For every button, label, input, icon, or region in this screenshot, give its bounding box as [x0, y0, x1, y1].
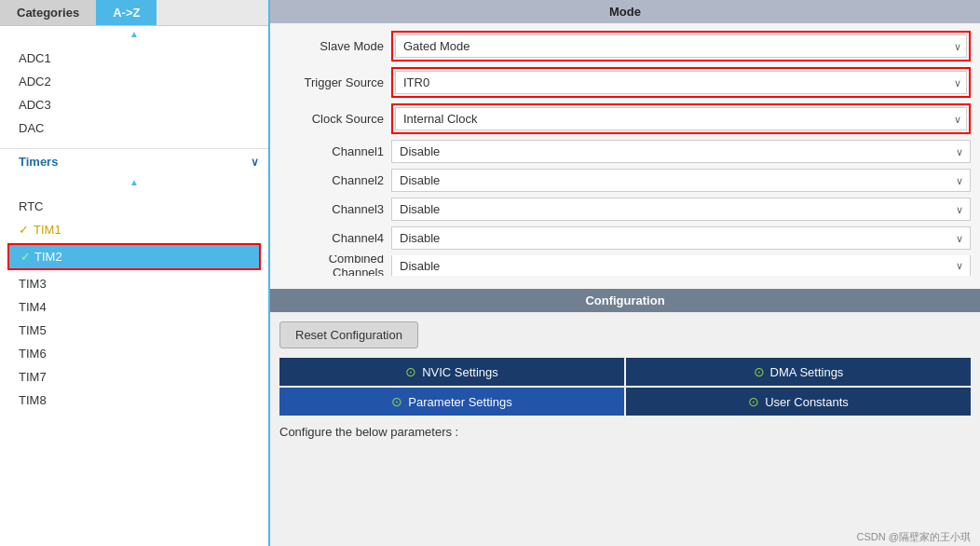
tim5-label: TIM5	[19, 323, 47, 337]
nvic-settings-label: NVIC Settings	[422, 365, 498, 379]
nvic-settings-tab[interactable]: ⊙ NVIC Settings	[279, 358, 624, 386]
tim3-label: TIM3	[19, 277, 47, 291]
slave-mode-select-wrapper: Gated Mode ∨	[391, 31, 971, 61]
reset-configuration-button[interactable]: Reset Configuration	[279, 321, 418, 348]
channel1-select[interactable]: Disable	[391, 140, 971, 163]
rtc-label: RTC	[19, 199, 43, 213]
slave-mode-select[interactable]: Gated Mode	[395, 34, 967, 58]
right-panel: Mode Slave Mode Gated Mode ∨ Trigger Sou…	[270, 0, 980, 546]
sidebar-item-tim2[interactable]: ✓ TIM2	[9, 245, 259, 268]
check-icon: ✓	[19, 223, 29, 237]
user-constants-tab[interactable]: ⊙ User Constants	[626, 388, 971, 416]
tim2-border-box: ✓ TIM2	[7, 243, 261, 270]
timers-section-header[interactable]: Timers ∨	[0, 148, 268, 174]
tim4-label: TIM4	[19, 300, 47, 314]
channel2-select-wrapper: Disable ∨	[391, 169, 971, 192]
combined-channels-select-wrapper: Disable ∨	[391, 255, 971, 276]
channel4-select-wrapper: Disable ∨	[391, 226, 971, 250]
check-icon: ⊙	[748, 394, 759, 409]
list-item[interactable]: TIM7	[0, 365, 268, 389]
list-item[interactable]: TIM8	[0, 389, 268, 412]
list-item[interactable]: TIM4	[0, 295, 268, 319]
trigger-source-select[interactable]: ITR0	[395, 71, 967, 94]
tim1-label: TIM1	[34, 223, 61, 237]
trigger-source-row: Trigger Source ITR0 ∨	[279, 67, 971, 98]
channel3-row: Channel3 Disable ∨	[279, 198, 971, 221]
combined-channels-row: Combined Channels Disable ∨	[279, 255, 971, 276]
dma-settings-tab[interactable]: ⊙ DMA Settings	[626, 358, 971, 386]
check-icon: ✓	[20, 251, 30, 264]
list-item[interactable]: TIM6	[0, 342, 268, 365]
list-item[interactable]: RTC	[0, 195, 268, 218]
clock-source-select-wrapper: Internal Clock ∨	[391, 103, 971, 134]
clock-source-row: Clock Source Internal Clock ∨	[279, 103, 971, 134]
list-item[interactable]: ADC3	[0, 93, 268, 116]
config-section: Configuration Reset Configuration ⊙ NVIC…	[270, 289, 980, 546]
mode-title-bar: Mode	[270, 0, 980, 23]
channel2-label: Channel2	[279, 173, 391, 187]
channel1-label: Channel1	[279, 144, 391, 158]
left-panel: Categories A->Z ▲ ADC1 ADC2 ADC3 DAC Tim…	[0, 0, 270, 546]
tim7-label: TIM7	[19, 370, 47, 384]
slave-mode-label: Slave Mode	[279, 39, 391, 53]
settings-tabs: ⊙ NVIC Settings ⊙ DMA Settings ⊙ Paramet…	[279, 358, 971, 416]
clock-source-label: Clock Source	[279, 112, 391, 126]
channel4-select[interactable]: Disable	[391, 226, 971, 250]
combined-channels-select[interactable]: Disable	[391, 255, 971, 276]
channel2-select[interactable]: Disable	[391, 169, 971, 192]
channel3-label: Channel3	[279, 202, 391, 216]
timers-scroll-up-arrow[interactable]: ▲	[0, 174, 268, 190]
check-icon: ⊙	[391, 394, 402, 409]
check-icon: ⊙	[405, 364, 416, 379]
timers-label: Timers	[19, 155, 58, 169]
trigger-source-label: Trigger Source	[279, 75, 391, 89]
tim2-label: TIM2	[34, 250, 62, 264]
chevron-down-icon: ∨	[251, 156, 259, 169]
tabs-bar: Categories A->Z	[0, 0, 268, 26]
list-item[interactable]: ADC2	[0, 70, 268, 93]
channel3-select-wrapper: Disable ∨	[391, 198, 971, 221]
trigger-source-select-wrapper: ITR0 ∨	[391, 67, 971, 98]
check-icon: ⊙	[754, 364, 765, 379]
slave-mode-row: Slave Mode Gated Mode ∨	[279, 31, 971, 61]
tim6-label: TIM6	[19, 347, 47, 361]
channel2-row: Channel2 Disable ∨	[279, 169, 971, 192]
list-item[interactable]: TIM5	[0, 319, 268, 342]
timer-list: RTC ✓ TIM1 ✓ TIM2 TIM3 TIM4 TIM5 TIM6 TI…	[0, 190, 268, 416]
config-title-bar: Configuration	[270, 289, 980, 312]
list-item[interactable]: ADC1	[0, 47, 268, 70]
user-constants-label: User Constants	[765, 395, 849, 409]
channel1-select-wrapper: Disable ∨	[391, 140, 971, 163]
list-item[interactable]: TIM3	[0, 272, 268, 295]
combined-channels-label: Combined Channels	[279, 255, 391, 276]
tab-az[interactable]: A->Z	[96, 0, 157, 25]
channel4-row: Channel4 Disable ∨	[279, 226, 971, 250]
list-item[interactable]: ✓ TIM1	[0, 218, 268, 241]
list-item[interactable]: DAC	[0, 116, 268, 140]
channel1-row: Channel1 Disable ∨	[279, 140, 971, 163]
mode-rows: Slave Mode Gated Mode ∨ Trigger Source I…	[270, 23, 980, 289]
channel3-select[interactable]: Disable	[391, 198, 971, 221]
clock-source-select[interactable]: Internal Clock	[395, 107, 967, 130]
mode-section: Mode Slave Mode Gated Mode ∨ Trigger Sou…	[270, 0, 980, 289]
watermark: CSDN @隔壁家的王小琪	[270, 528, 980, 546]
tab-categories[interactable]: Categories	[0, 0, 96, 25]
tim8-label: TIM8	[19, 393, 47, 407]
parameter-settings-label: Parameter Settings	[408, 395, 511, 409]
category-list: ADC1 ADC2 ADC3 DAC	[0, 42, 268, 144]
configure-text: Configure the below parameters :	[270, 416, 980, 443]
parameter-settings-tab[interactable]: ⊙ Parameter Settings	[279, 388, 624, 416]
scroll-up-arrow[interactable]: ▲	[0, 26, 268, 42]
channel4-label: Channel4	[279, 231, 391, 245]
dma-settings-label: DMA Settings	[770, 365, 844, 379]
